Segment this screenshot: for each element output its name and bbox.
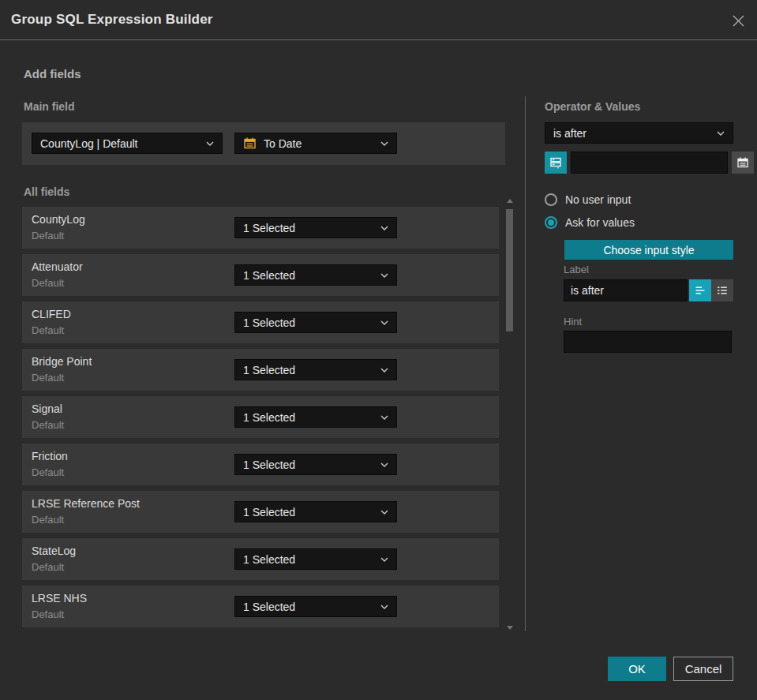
field-subtitle: Default <box>32 277 64 289</box>
calendar-icon <box>736 156 749 169</box>
operator-values-heading: Operator & Values <box>545 100 640 113</box>
scroll-down-arrow-icon[interactable] <box>507 626 513 630</box>
field-subtitle: Default <box>32 372 64 384</box>
chevron-down-icon <box>380 368 388 372</box>
field-name: Bridge Point <box>32 355 92 368</box>
field-selection-dropdown[interactable]: 1 Selected <box>234 501 397 522</box>
field-selection-dropdown[interactable]: 1 Selected <box>234 454 397 475</box>
chevron-down-icon <box>380 462 388 467</box>
field-name: Signal <box>32 402 62 415</box>
field-subtitle: Default <box>32 324 64 336</box>
field-subtitle: Default <box>32 608 64 620</box>
field-selection-dropdown[interactable]: 1 Selected <box>234 548 397 570</box>
radio-unselected-icon[interactable] <box>545 193 557 206</box>
chevron-down-icon <box>380 273 388 278</box>
chevron-down-icon <box>380 557 388 562</box>
field-name: Friction <box>32 450 68 462</box>
field-name: StateLog <box>32 545 76 557</box>
field-selection-value: 1 Selected <box>243 553 376 566</box>
input-style-list-toggle[interactable] <box>711 279 733 301</box>
value-picker-button[interactable] <box>545 152 567 174</box>
list-scrollbar[interactable] <box>506 197 514 631</box>
radio-ask-for-values[interactable]: Ask for values <box>545 216 635 229</box>
field-subtitle: Default <box>32 466 64 478</box>
field-row: Signal Default 1 Selected <box>22 396 499 438</box>
main-field-dropdown[interactable]: CountyLog | Default <box>32 133 223 154</box>
all-fields-label: All fields <box>24 185 69 198</box>
field-row: Friction Default 1 Selected <box>22 444 499 485</box>
align-left-icon <box>695 285 706 296</box>
field-selection-value: 1 Selected <box>243 601 376 613</box>
field-selection-value: 1 Selected <box>243 364 376 376</box>
field-name: Attenuator <box>32 260 83 273</box>
bullet-list-icon <box>717 285 728 296</box>
cancel-button[interactable]: Cancel <box>673 657 733 681</box>
field-row: CountyLog Default 1 Selected <box>22 207 499 249</box>
field-selection-value: 1 Selected <box>243 411 376 424</box>
field-selection-dropdown[interactable]: 1 Selected <box>234 264 397 286</box>
field-row: CLIFED Default 1 Selected <box>22 301 499 343</box>
add-fields-heading: Add fields <box>24 67 81 80</box>
label-caption: Label <box>564 264 589 275</box>
dialog-titlebar: Group SQL Expression Builder <box>0 0 757 40</box>
field-name: CountyLog <box>32 213 85 226</box>
choose-input-style-button[interactable]: Choose input style <box>564 240 733 260</box>
main-field-dropdown-value: CountyLog | Default <box>40 137 201 150</box>
chevron-down-icon <box>380 141 388 146</box>
chevron-down-icon <box>206 141 214 146</box>
calendar-icon <box>243 137 257 150</box>
field-name: LRSE Reference Post <box>32 497 140 510</box>
radio-selected-icon[interactable] <box>545 216 557 229</box>
scrollbar-thumb[interactable] <box>506 209 513 331</box>
field-selection-dropdown[interactable]: 1 Selected <box>234 312 397 333</box>
close-icon <box>733 15 744 27</box>
field-row: Attenuator Default 1 Selected <box>22 254 499 296</box>
operator-dropdown[interactable]: is after <box>545 122 733 144</box>
date-picker-button[interactable] <box>732 152 754 174</box>
field-selection-value: 1 Selected <box>243 222 376 234</box>
input-style-text-toggle[interactable] <box>689 279 711 301</box>
label-input-row <box>564 279 733 301</box>
all-fields-list: CountyLog Default 1 Selected Attenuator … <box>22 207 499 627</box>
field-selection-value: 1 Selected <box>243 459 376 471</box>
field-selection-value: 1 Selected <box>243 506 376 518</box>
radio-ask-for-values-label: Ask for values <box>565 216 635 229</box>
field-name: LRSE NHS <box>32 592 87 605</box>
field-row: StateLog Default 1 Selected <box>22 538 499 580</box>
radio-no-user-input[interactable]: No user input <box>545 193 631 206</box>
operator-dropdown-value: is after <box>553 127 712 140</box>
field-row: LRSE NHS Default 1 Selected <box>22 586 499 627</box>
hint-caption: Hint <box>564 316 582 328</box>
chevron-down-icon <box>380 510 388 515</box>
hint-input[interactable] <box>564 331 732 353</box>
value-input[interactable] <box>571 152 728 174</box>
chevron-down-icon <box>717 131 725 136</box>
stacked-fields-icon <box>549 156 562 169</box>
field-row: LRSE Reference Post Default 1 Selected <box>22 491 499 533</box>
panel-divider <box>525 96 526 631</box>
field-subtitle: Default <box>32 514 64 526</box>
scroll-up-arrow-icon[interactable] <box>507 199 513 203</box>
chevron-down-icon <box>380 605 388 609</box>
field-selection-value: 1 Selected <box>243 269 376 282</box>
field-selection-dropdown[interactable]: 1 Selected <box>234 217 397 238</box>
ok-button[interactable]: OK <box>608 657 666 681</box>
field-selection-value: 1 Selected <box>243 316 376 329</box>
field-selection-dropdown[interactable]: 1 Selected <box>234 359 397 380</box>
chevron-down-icon <box>380 226 388 230</box>
field-subtitle: Default <box>32 230 64 241</box>
field-subtitle: Default <box>32 419 64 431</box>
field-selection-dropdown[interactable]: 1 Selected <box>234 596 397 617</box>
radio-no-user-input-label: No user input <box>565 193 631 206</box>
label-input[interactable] <box>564 279 688 301</box>
date-field-dropdown-value: To Date <box>264 137 376 150</box>
chevron-down-icon <box>380 320 388 325</box>
value-input-row <box>545 152 733 174</box>
field-subtitle: Default <box>32 561 64 573</box>
close-button[interactable] <box>729 11 748 30</box>
dialog-title: Group SQL Expression Builder <box>11 12 213 28</box>
field-name: CLIFED <box>32 308 71 320</box>
field-selection-dropdown[interactable]: 1 Selected <box>234 406 397 428</box>
date-field-dropdown[interactable]: To Date <box>234 133 397 154</box>
field-row: Bridge Point Default 1 Selected <box>22 349 499 391</box>
